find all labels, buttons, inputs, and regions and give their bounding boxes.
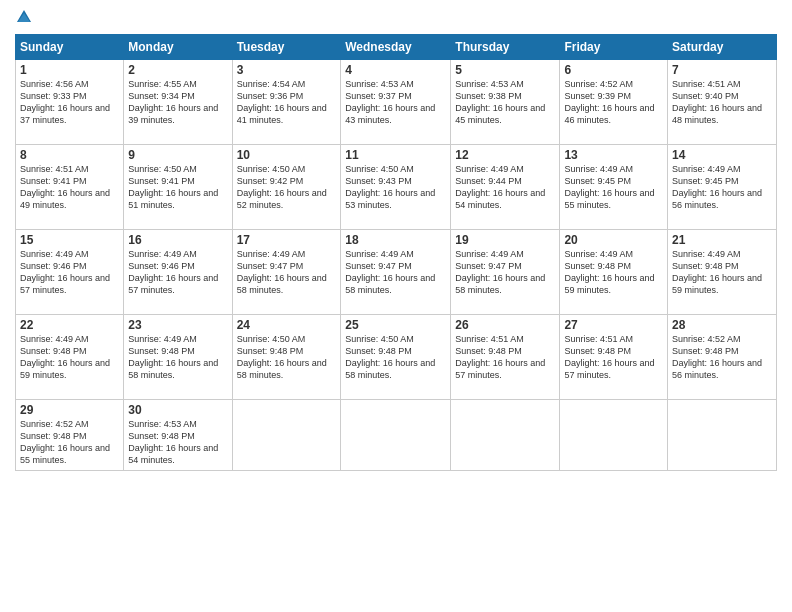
calendar-cell: 19Sunrise: 4:49 AMSunset: 9:47 PMDayligh… <box>451 230 560 315</box>
day-info: Sunrise: 4:55 AMSunset: 9:34 PMDaylight:… <box>128 78 227 127</box>
day-number: 11 <box>345 148 446 162</box>
day-number: 17 <box>237 233 337 247</box>
logo <box>15 10 36 26</box>
day-number: 26 <box>455 318 555 332</box>
day-info: Sunrise: 4:53 AMSunset: 9:37 PMDaylight:… <box>345 78 446 127</box>
day-number: 19 <box>455 233 555 247</box>
calendar-cell: 10Sunrise: 4:50 AMSunset: 9:42 PMDayligh… <box>232 145 341 230</box>
day-number: 10 <box>237 148 337 162</box>
day-number: 5 <box>455 63 555 77</box>
day-number: 6 <box>564 63 663 77</box>
day-info: Sunrise: 4:51 AMSunset: 9:40 PMDaylight:… <box>672 78 772 127</box>
day-number: 13 <box>564 148 663 162</box>
calendar-cell: 9Sunrise: 4:50 AMSunset: 9:41 PMDaylight… <box>124 145 232 230</box>
day-info: Sunrise: 4:49 AMSunset: 9:47 PMDaylight:… <box>237 248 337 297</box>
calendar-cell: 24Sunrise: 4:50 AMSunset: 9:48 PMDayligh… <box>232 315 341 400</box>
day-number: 28 <box>672 318 772 332</box>
calendar-week-row: 15Sunrise: 4:49 AMSunset: 9:46 PMDayligh… <box>16 230 777 315</box>
day-number: 7 <box>672 63 772 77</box>
calendar-cell: 11Sunrise: 4:50 AMSunset: 9:43 PMDayligh… <box>341 145 451 230</box>
page: SundayMondayTuesdayWednesdayThursdayFrid… <box>0 0 792 612</box>
weekday-header: Sunday <box>16 35 124 60</box>
day-info: Sunrise: 4:49 AMSunset: 9:48 PMDaylight:… <box>128 333 227 382</box>
weekday-header: Wednesday <box>341 35 451 60</box>
calendar-cell: 17Sunrise: 4:49 AMSunset: 9:47 PMDayligh… <box>232 230 341 315</box>
calendar-cell: 30Sunrise: 4:53 AMSunset: 9:48 PMDayligh… <box>124 400 232 471</box>
calendar-cell: 26Sunrise: 4:51 AMSunset: 9:48 PMDayligh… <box>451 315 560 400</box>
day-info: Sunrise: 4:49 AMSunset: 9:48 PMDaylight:… <box>20 333 119 382</box>
day-number: 3 <box>237 63 337 77</box>
day-number: 21 <box>672 233 772 247</box>
calendar-cell: 8Sunrise: 4:51 AMSunset: 9:41 PMDaylight… <box>16 145 124 230</box>
weekday-header-row: SundayMondayTuesdayWednesdayThursdayFrid… <box>16 35 777 60</box>
calendar-cell <box>341 400 451 471</box>
day-number: 14 <box>672 148 772 162</box>
logo-icon <box>15 8 33 26</box>
day-info: Sunrise: 4:51 AMSunset: 9:48 PMDaylight:… <box>564 333 663 382</box>
day-info: Sunrise: 4:52 AMSunset: 9:48 PMDaylight:… <box>20 418 119 467</box>
calendar-cell: 5Sunrise: 4:53 AMSunset: 9:38 PMDaylight… <box>451 60 560 145</box>
calendar-week-row: 22Sunrise: 4:49 AMSunset: 9:48 PMDayligh… <box>16 315 777 400</box>
calendar-cell: 22Sunrise: 4:49 AMSunset: 9:48 PMDayligh… <box>16 315 124 400</box>
calendar-cell: 28Sunrise: 4:52 AMSunset: 9:48 PMDayligh… <box>668 315 777 400</box>
calendar-cell: 15Sunrise: 4:49 AMSunset: 9:46 PMDayligh… <box>16 230 124 315</box>
day-info: Sunrise: 4:49 AMSunset: 9:47 PMDaylight:… <box>345 248 446 297</box>
day-info: Sunrise: 4:50 AMSunset: 9:48 PMDaylight:… <box>345 333 446 382</box>
calendar-cell: 12Sunrise: 4:49 AMSunset: 9:44 PMDayligh… <box>451 145 560 230</box>
day-info: Sunrise: 4:53 AMSunset: 9:38 PMDaylight:… <box>455 78 555 127</box>
day-number: 24 <box>237 318 337 332</box>
day-info: Sunrise: 4:53 AMSunset: 9:48 PMDaylight:… <box>128 418 227 467</box>
day-info: Sunrise: 4:49 AMSunset: 9:48 PMDaylight:… <box>672 248 772 297</box>
calendar-cell: 25Sunrise: 4:50 AMSunset: 9:48 PMDayligh… <box>341 315 451 400</box>
day-info: Sunrise: 4:52 AMSunset: 9:48 PMDaylight:… <box>672 333 772 382</box>
day-info: Sunrise: 4:49 AMSunset: 9:47 PMDaylight:… <box>455 248 555 297</box>
day-number: 4 <box>345 63 446 77</box>
weekday-header: Friday <box>560 35 668 60</box>
day-number: 15 <box>20 233 119 247</box>
calendar-week-row: 8Sunrise: 4:51 AMSunset: 9:41 PMDaylight… <box>16 145 777 230</box>
day-number: 8 <box>20 148 119 162</box>
day-number: 9 <box>128 148 227 162</box>
calendar-cell: 29Sunrise: 4:52 AMSunset: 9:48 PMDayligh… <box>16 400 124 471</box>
calendar-cell: 4Sunrise: 4:53 AMSunset: 9:37 PMDaylight… <box>341 60 451 145</box>
day-number: 27 <box>564 318 663 332</box>
day-number: 2 <box>128 63 227 77</box>
calendar-cell: 1Sunrise: 4:56 AMSunset: 9:33 PMDaylight… <box>16 60 124 145</box>
calendar-cell <box>560 400 668 471</box>
day-info: Sunrise: 4:54 AMSunset: 9:36 PMDaylight:… <box>237 78 337 127</box>
day-info: Sunrise: 4:49 AMSunset: 9:44 PMDaylight:… <box>455 163 555 212</box>
header <box>15 10 777 26</box>
calendar-week-row: 1Sunrise: 4:56 AMSunset: 9:33 PMDaylight… <box>16 60 777 145</box>
day-number: 29 <box>20 403 119 417</box>
day-number: 18 <box>345 233 446 247</box>
calendar-cell: 3Sunrise: 4:54 AMSunset: 9:36 PMDaylight… <box>232 60 341 145</box>
day-info: Sunrise: 4:49 AMSunset: 9:45 PMDaylight:… <box>672 163 772 212</box>
weekday-header: Thursday <box>451 35 560 60</box>
weekday-header: Monday <box>124 35 232 60</box>
day-number: 16 <box>128 233 227 247</box>
calendar-cell: 23Sunrise: 4:49 AMSunset: 9:48 PMDayligh… <box>124 315 232 400</box>
day-info: Sunrise: 4:49 AMSunset: 9:46 PMDaylight:… <box>128 248 227 297</box>
day-info: Sunrise: 4:52 AMSunset: 9:39 PMDaylight:… <box>564 78 663 127</box>
day-info: Sunrise: 4:49 AMSunset: 9:48 PMDaylight:… <box>564 248 663 297</box>
calendar-cell: 16Sunrise: 4:49 AMSunset: 9:46 PMDayligh… <box>124 230 232 315</box>
calendar-cell: 21Sunrise: 4:49 AMSunset: 9:48 PMDayligh… <box>668 230 777 315</box>
calendar-cell <box>232 400 341 471</box>
calendar-cell: 18Sunrise: 4:49 AMSunset: 9:47 PMDayligh… <box>341 230 451 315</box>
calendar-cell <box>451 400 560 471</box>
day-number: 23 <box>128 318 227 332</box>
weekday-header: Saturday <box>668 35 777 60</box>
day-number: 1 <box>20 63 119 77</box>
day-info: Sunrise: 4:50 AMSunset: 9:41 PMDaylight:… <box>128 163 227 212</box>
day-info: Sunrise: 4:56 AMSunset: 9:33 PMDaylight:… <box>20 78 119 127</box>
day-number: 30 <box>128 403 227 417</box>
calendar-week-row: 29Sunrise: 4:52 AMSunset: 9:48 PMDayligh… <box>16 400 777 471</box>
day-info: Sunrise: 4:51 AMSunset: 9:48 PMDaylight:… <box>455 333 555 382</box>
day-info: Sunrise: 4:51 AMSunset: 9:41 PMDaylight:… <box>20 163 119 212</box>
day-info: Sunrise: 4:49 AMSunset: 9:46 PMDaylight:… <box>20 248 119 297</box>
calendar-cell: 2Sunrise: 4:55 AMSunset: 9:34 PMDaylight… <box>124 60 232 145</box>
day-info: Sunrise: 4:49 AMSunset: 9:45 PMDaylight:… <box>564 163 663 212</box>
calendar: SundayMondayTuesdayWednesdayThursdayFrid… <box>15 34 777 471</box>
day-info: Sunrise: 4:50 AMSunset: 9:43 PMDaylight:… <box>345 163 446 212</box>
day-info: Sunrise: 4:50 AMSunset: 9:48 PMDaylight:… <box>237 333 337 382</box>
